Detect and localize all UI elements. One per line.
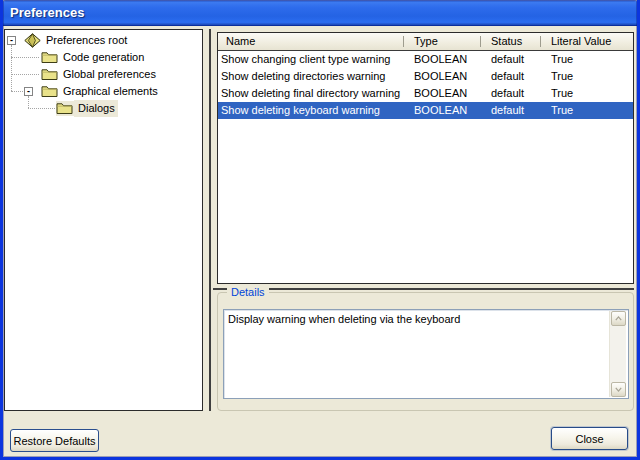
chevron-up-icon [615,316,622,321]
chevron-down-icon [615,387,622,392]
details-group-label: Details [227,285,269,300]
column-header-literal-value[interactable]: Literal Value [541,33,633,50]
cell-status: default [481,51,541,68]
restore-defaults-button[interactable]: Restore Defaults [10,429,99,452]
collapse-toggle-icon[interactable]: - [7,36,16,45]
tree-item-label: Code generation [59,49,147,66]
cell-name: Show deleting keyboard warning [218,102,404,119]
cell-status: default [481,102,541,119]
tree-item-label: Global preferences [59,66,159,83]
collapse-toggle-icon[interactable]: - [24,87,33,96]
tree-item-graphical-elements[interactable]: - Graphical elements [5,83,202,100]
table-header: Name Type Status Literal Value [218,33,633,51]
details-group: Details Display warning when deleting vi… [217,292,634,411]
cell-name: Show deleting final directory warning [218,85,404,102]
tree-item-preferences-root[interactable]: - Preferences root [5,32,202,49]
column-header-name[interactable]: Name [218,33,404,50]
tree-item-dialogs[interactable]: Dialogs [5,100,202,117]
cell-name: Show changing client type warning [218,51,404,68]
splitter-horizontal[interactable] [213,288,634,290]
scroll-up-button[interactable] [611,311,626,326]
table-row[interactable]: Show deleting final directory warning BO… [218,85,633,102]
preferences-root-icon [24,33,42,48]
tree-item-code-generation[interactable]: Code generation [5,49,202,66]
table-row-selected[interactable]: Show deleting keyboard warning BOOLEAN d… [218,102,633,119]
cell-status: default [481,85,541,102]
cell-type: BOOLEAN [404,68,481,85]
folder-icon [41,84,59,99]
splitter-vertical[interactable] [209,29,211,411]
folder-icon [56,101,74,116]
preferences-dialog: Preferences - Preferences root [0,0,640,460]
table-row[interactable]: Show changing client type warning BOOLEA… [218,51,633,68]
cell-type: BOOLEAN [404,85,481,102]
details-scrollbar[interactable] [609,311,626,397]
tree-item-label: Graphical elements [59,83,161,100]
preferences-table: Name Type Status Literal Value Show chan… [217,32,634,284]
cell-value: True [541,51,633,68]
tree-item-label: Preferences root [42,32,130,49]
cell-type: BOOLEAN [404,102,481,119]
folder-icon [41,50,59,65]
details-text[interactable]: Display warning when deleting via the ke… [223,309,629,399]
scroll-down-button[interactable] [611,382,626,397]
folder-icon [41,67,59,82]
preferences-tree: - Preferences root Code generation [4,29,203,411]
cell-name: Show deleting directories warning [218,68,404,85]
cell-value: True [541,102,633,119]
cell-value: True [541,85,633,102]
window-title: Preferences [10,5,84,20]
tree-item-global-preferences[interactable]: Global preferences [5,66,202,83]
tree-item-label: Dialogs [74,100,118,117]
cell-value: True [541,68,633,85]
cell-type: BOOLEAN [404,51,481,68]
column-header-type[interactable]: Type [404,33,481,50]
close-button[interactable]: Close [551,427,628,450]
column-header-status[interactable]: Status [481,33,541,50]
title-bar[interactable]: Preferences [0,0,640,26]
cell-status: default [481,68,541,85]
table-row[interactable]: Show deleting directories warning BOOLEA… [218,68,633,85]
